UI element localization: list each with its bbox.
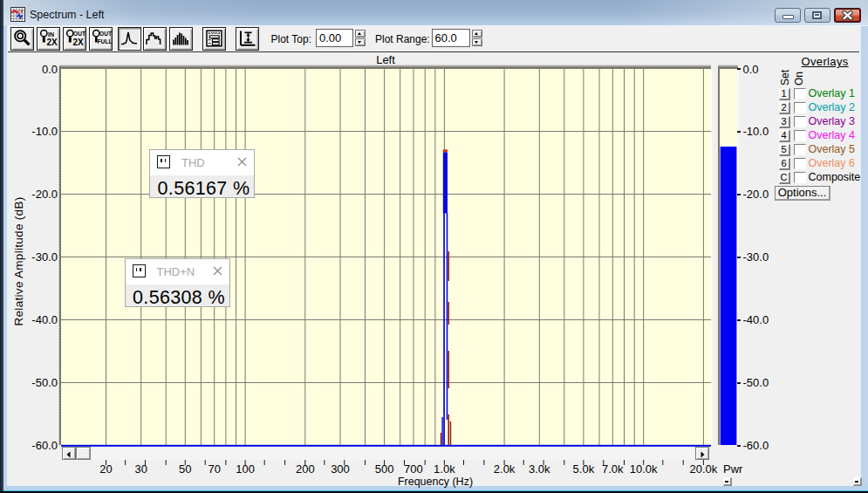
svg-text:2X: 2X	[73, 38, 85, 47]
svg-text:IN: IN	[48, 31, 54, 38]
svg-text:FULL: FULL	[98, 38, 113, 45]
svg-text:OUT: OUT	[73, 31, 85, 37]
svg-text:OUT: OUT	[99, 31, 112, 37]
svg-text:2X: 2X	[47, 38, 58, 47]
